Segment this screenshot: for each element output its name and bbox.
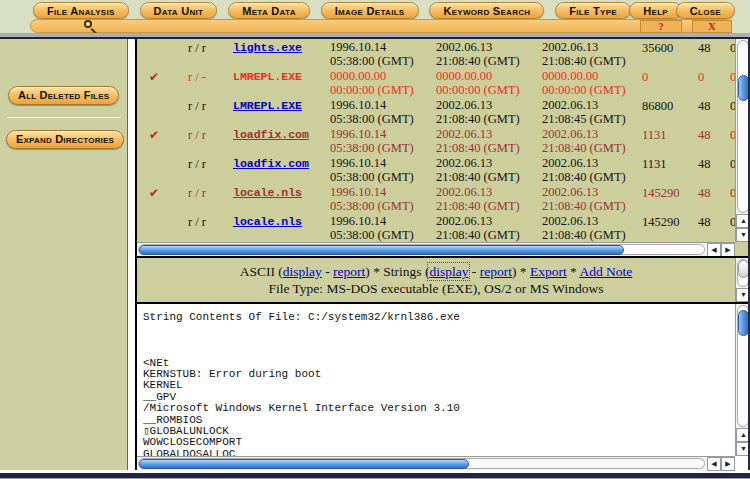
file-perms: r / r	[171, 186, 223, 200]
accessed-time: 2002.06.13 21:08:40 (GMT)	[425, 186, 531, 213]
tab-keyword-search[interactable]: Keyword Search	[429, 2, 544, 19]
export-link[interactable]: Export	[530, 264, 567, 279]
toolbar-bar	[30, 19, 732, 33]
tab-file-analysis[interactable]: File Analysis	[33, 2, 129, 19]
file-gid: 0	[725, 99, 735, 113]
scroll-right-icon[interactable]: ▶	[721, 243, 735, 257]
file-perms: r / r	[171, 99, 223, 113]
table-row[interactable]: ✔ r / r locale.nls 1996.10.14 05:38:00 (…	[137, 186, 735, 215]
help-button[interactable]: ?	[640, 20, 682, 33]
changed-time: 2002.06.13 21:08:40 (GMT)	[531, 186, 637, 213]
changed-time: 2002.06.13 21:08:45 (GMT)	[531, 99, 637, 126]
accessed-time: 2002.06.13 21:08:40 (GMT)	[425, 157, 531, 184]
tab-image-details[interactable]: Image Details	[321, 2, 419, 19]
file-link[interactable]: LMREPL.EXE	[223, 70, 319, 84]
strings-text: <NEt KERNSTUB: Error during boot KERNEL …	[143, 323, 733, 456]
file-uid: 48	[689, 186, 725, 200]
file-size: 1131	[637, 157, 689, 171]
ascii-display-link[interactable]: display	[283, 264, 322, 279]
toolbar-tabs: File Analysis Data Unit Meta Data Image …	[33, 2, 631, 19]
all-deleted-files-button[interactable]: All Deleted Files	[8, 86, 119, 105]
scroll-left-icon[interactable]: ◀	[707, 243, 721, 257]
file-listing-pane: r / r lights.exe 1996.10.14 05:38:00 (GM…	[135, 39, 750, 256]
file-gid: 0	[725, 215, 735, 229]
file-perms: r / -	[171, 70, 223, 84]
file-link[interactable]: loadfix.com	[223, 128, 319, 142]
file-link[interactable]: locale.nls	[223, 215, 319, 229]
add-note-link[interactable]: Add Note	[579, 264, 632, 279]
changed-time: 2002.06.13 21:08:40 (GMT)	[531, 157, 637, 184]
top-toolbar: File Analysis Data Unit Meta Data Image …	[0, 0, 750, 33]
file-uid: 48	[689, 99, 725, 113]
deleted-check-icon: ✔	[137, 128, 171, 142]
strings-report-link[interactable]: report	[480, 264, 512, 279]
actions-line: ASCII (display - report) * Strings (disp…	[137, 263, 735, 297]
deleted-check-icon: ✔	[137, 186, 171, 200]
file-gid: 0	[725, 186, 735, 200]
scroll-right-icon[interactable]: ▶	[721, 457, 735, 471]
table-row[interactable]: r / r lights.exe 1996.10.14 05:38:00 (GM…	[137, 41, 735, 70]
file-size: 1131	[637, 128, 689, 142]
tab-data-unit[interactable]: Data Unit	[140, 2, 218, 19]
file-size: 145290	[637, 215, 689, 229]
file-size: 145290	[637, 186, 689, 200]
written-time: 1996.10.14 05:38:00 (GMT)	[319, 215, 425, 242]
file-link[interactable]: loadfix.com	[223, 157, 319, 171]
scroll-left-icon[interactable]: ◀	[707, 457, 721, 471]
tab-file-type[interactable]: File Type	[555, 2, 631, 19]
file-perms: r / r	[171, 157, 223, 171]
tab-help[interactable]: Help	[629, 2, 682, 19]
written-time: 1996.10.14 05:38:00 (GMT)	[319, 157, 425, 184]
table-row[interactable]: r / r loadfix.com 1996.10.14 05:38:00 (G…	[137, 157, 735, 186]
close-button[interactable]: X	[692, 20, 732, 33]
file-uid: 48	[689, 41, 725, 55]
strings-display-link[interactable]: display	[429, 264, 468, 279]
file-gid: 0	[725, 128, 735, 142]
strings-content-pane: String Contents Of File: C:/system32/krn…	[135, 304, 750, 470]
file-perms: r / r	[171, 128, 223, 142]
sidebar-separator	[7, 117, 121, 118]
file-size: 0	[637, 70, 689, 84]
changed-time: 2002.06.13 21:08:40 (GMT)	[531, 128, 637, 155]
file-uid: 0	[689, 70, 725, 84]
written-time: 1996.10.14 05:38:00 (GMT)	[319, 128, 425, 155]
strings-hscroll-thumb[interactable]	[139, 459, 469, 469]
strings-horizontal-scrollbar[interactable]: ◀ ▶	[137, 456, 735, 470]
tab-close[interactable]: Close	[676, 2, 735, 19]
table-row[interactable]: ✔ r / - LMREPL.EXE 0000.00.00 00:00:00 (…	[137, 70, 735, 99]
tab-meta-data[interactable]: Meta Data	[228, 2, 310, 19]
file-size: 35600	[637, 41, 689, 55]
file-listing-viewport: r / r lights.exe 1996.10.14 05:38:00 (GM…	[137, 41, 735, 242]
written-time: 1996.10.14 05:38:00 (GMT)	[319, 186, 425, 213]
written-time: 1996.10.14 05:38:00 (GMT)	[319, 99, 425, 126]
written-time: 1996.10.14 05:38:00 (GMT)	[319, 41, 425, 68]
accessed-time: 0000.00.00 00:00:00 (GMT)	[425, 70, 531, 97]
expand-directories-button[interactable]: Expand Directories	[6, 130, 124, 149]
changed-time: 2002.06.13 21:08:40 (GMT)	[531, 41, 637, 68]
strings-title: String Contents Of File: C:/system32/krn…	[143, 312, 733, 323]
accessed-time: 2002.06.13 21:08:40 (GMT)	[425, 41, 531, 68]
file-perms: r / r	[171, 215, 223, 229]
file-gid: 0	[725, 70, 735, 84]
accessed-time: 2002.06.13 21:08:40 (GMT)	[425, 215, 531, 242]
file-uid: 48	[689, 157, 725, 171]
written-time: 0000.00.00 00:00:00 (GMT)	[319, 70, 425, 97]
table-horizontal-scrollbar[interactable]: ◀ ▶	[137, 242, 735, 256]
file-type-line: File Type: MS-DOS executable (EXE), OS/2…	[268, 281, 603, 296]
accessed-time: 2002.06.13 21:08:40 (GMT)	[425, 128, 531, 155]
table-row[interactable]: r / r LMREPL.EXE 1996.10.14 05:38:00 (GM…	[137, 99, 735, 128]
table-hscroll-thumb[interactable]	[139, 245, 624, 255]
table-row[interactable]: ✔ r / r loadfix.com 1996.10.14 05:38:00 …	[137, 128, 735, 157]
file-gid: 0	[725, 41, 735, 55]
file-link[interactable]: locale.nls	[223, 186, 319, 200]
ascii-label: ASCII (	[240, 264, 283, 279]
file-perms: r / r	[171, 41, 223, 55]
ascii-report-link[interactable]: report	[333, 264, 365, 279]
strings-viewport: String Contents Of File: C:/system32/krn…	[143, 312, 733, 456]
changed-time: 0000.00.00 00:00:00 (GMT)	[531, 70, 637, 97]
deleted-check-icon: ✔	[137, 70, 171, 84]
table-row[interactable]: r / r locale.nls 1996.10.14 05:38:00 (GM…	[137, 215, 735, 242]
file-link[interactable]: LMREPL.EXE	[223, 99, 319, 113]
left-sidebar: All Deleted Files Expand Directories	[0, 39, 128, 470]
file-link[interactable]: lights.exe	[223, 41, 319, 55]
